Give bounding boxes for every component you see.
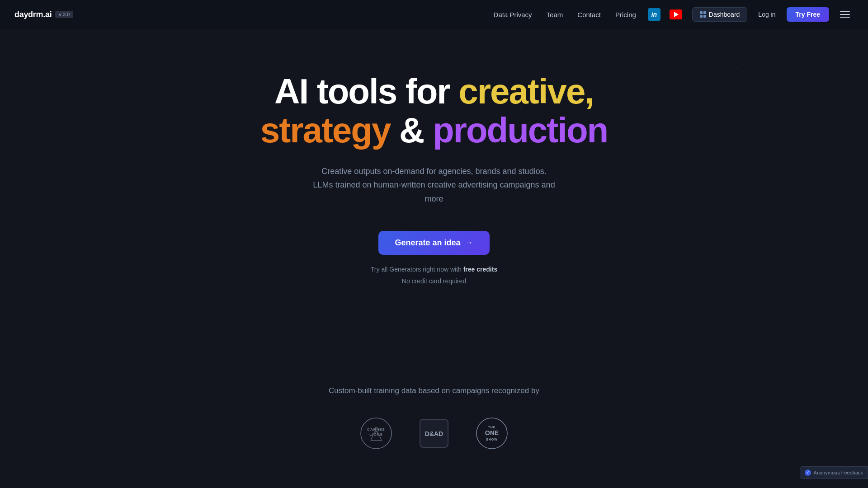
svg-text:D&AD: D&AD [425, 430, 443, 437]
feedback-label: Anonymous Feedback [814, 470, 863, 475]
nav-actions: Dashboard Log in Try Free [692, 7, 854, 22]
svg-text:THE: THE [488, 426, 495, 429]
version-badge: v 3.0 [55, 11, 73, 18]
dashboard-grid-icon [700, 11, 706, 18]
linkedin-icon[interactable]: in [647, 7, 661, 22]
logos-section: Custom-built training data based on camp… [329, 386, 539, 468]
feedback-button[interactable]: ✓ Anonymous Feedback [800, 466, 868, 479]
svg-text:SHOW: SHOW [486, 438, 498, 441]
hero-subtitle: Creative outputs on-demand for agencies,… [312, 164, 556, 206]
hero-cta-area: Generate an idea → Try all Generators ri… [231, 231, 637, 286]
sub-cta-line2: No credit card required [402, 277, 466, 285]
hero-sub-cta: Try all Generators right now with free c… [371, 264, 497, 286]
logo-text: daydrm.ai [14, 10, 52, 19]
nav-logo[interactable]: daydrm.ai v 3.0 [14, 10, 73, 19]
login-label: Log in [758, 11, 775, 18]
menu-button[interactable] [836, 9, 854, 19]
nav-links: Data Privacy Team Contact Pricing [494, 11, 636, 19]
generate-label: Generate an idea [395, 238, 460, 248]
logos-label: Custom-built training data based on camp… [329, 386, 539, 395]
nav-link-team[interactable]: Team [547, 11, 563, 19]
one-show-logo: THE ONE SHOW [476, 417, 508, 450]
nav-link-pricing[interactable]: Pricing [615, 11, 636, 19]
arrow-icon: → [465, 238, 473, 248]
generate-idea-button[interactable]: Generate an idea → [378, 231, 489, 255]
feedback-icon: ✓ [805, 469, 811, 476]
youtube-icon[interactable] [669, 7, 683, 22]
hero-section: AI tools for creative, strategy & produc… [231, 72, 637, 287]
dashboard-button[interactable]: Dashboard [692, 7, 748, 22]
sub-cta-bold: free credits [463, 266, 497, 273]
nav-social-icons: in [647, 7, 683, 22]
main-content: AI tools for creative, strategy & produc… [0, 0, 868, 468]
svg-text:LIONS: LIONS [369, 432, 382, 436]
try-free-button[interactable]: Try Free [787, 7, 829, 22]
dashboard-label: Dashboard [709, 11, 740, 18]
svg-text:ONE: ONE [485, 429, 499, 436]
navbar: daydrm.ai v 3.0 Data Privacy Team Contac… [0, 0, 868, 29]
nav-link-data-privacy[interactable]: Data Privacy [494, 11, 532, 19]
try-free-label: Try Free [796, 11, 820, 18]
hero-headline: AI tools for creative, strategy & produc… [231, 72, 637, 150]
nav-link-contact[interactable]: Contact [577, 11, 601, 19]
logos-row: CANNES LIONS D&AD THE ONE [329, 417, 539, 450]
sub-cta-pre: Try all Generators right now with [371, 266, 463, 273]
dad-logo: D&AD [420, 419, 448, 448]
cannes-lions-logo: CANNES LIONS [360, 417, 392, 450]
svg-text:CANNES: CANNES [367, 427, 385, 432]
login-button[interactable]: Log in [751, 8, 783, 21]
